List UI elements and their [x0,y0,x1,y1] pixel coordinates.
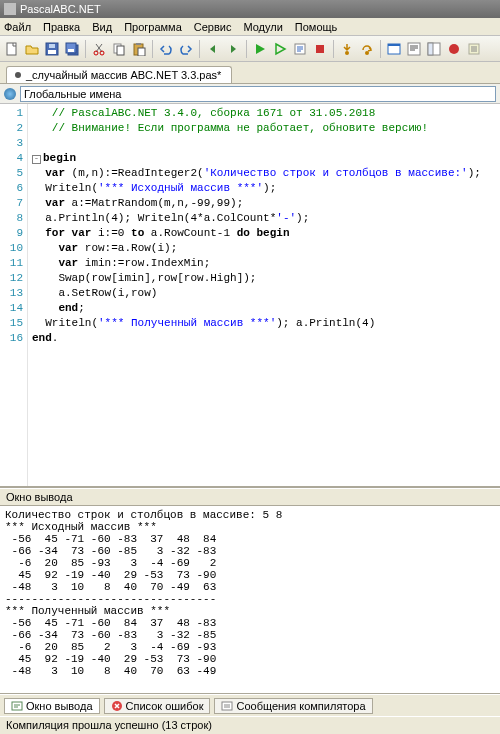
menu-view[interactable]: Вид [92,21,112,33]
app-icon [4,3,16,15]
output-icon [11,700,23,712]
fold-icon[interactable]: - [32,155,41,164]
bottom-tab-bar: Окно вывода Список ошибок Сообщения комп… [0,694,500,716]
paste-button[interactable] [130,40,148,58]
error-icon [111,700,123,712]
redo-button[interactable] [177,40,195,58]
scope-bar [0,84,500,104]
svg-rect-10 [117,46,124,55]
editor-tabs: _случайный массив ABC.NET 3.3.pas* [0,62,500,84]
run-button[interactable] [251,40,269,58]
nav-fwd-button[interactable] [224,40,242,58]
menu-bar: Файл Правка Вид Программа Сервис Модули … [0,18,500,36]
svg-point-16 [345,51,349,55]
step-into-button[interactable] [338,40,356,58]
cut-button[interactable] [90,40,108,58]
svg-rect-19 [388,44,400,46]
tab-label: _случайный массив ABC.NET 3.3.pas* [26,69,221,81]
svg-rect-22 [428,43,433,55]
svg-rect-3 [49,44,55,48]
menu-service[interactable]: Сервис [194,21,232,33]
run-noattach-button[interactable] [271,40,289,58]
save-all-button[interactable] [63,40,81,58]
svg-rect-6 [68,49,74,52]
menu-edit[interactable]: Правка [43,21,80,33]
svg-rect-12 [136,43,141,45]
save-button[interactable] [43,40,61,58]
svg-rect-2 [48,50,56,54]
status-bar: Компиляция прошла успешно (13 строк) [0,716,500,734]
menu-file[interactable]: Файл [4,21,31,33]
step-over-button[interactable] [358,40,376,58]
window-titlebar: PascalABC.NET [0,0,500,18]
svg-rect-25 [12,702,22,710]
status-text: Компиляция прошла успешно (13 строк) [6,719,212,731]
line-gutter: 1234 5678 9101112 13141516 [0,104,28,486]
new-file-button[interactable] [3,40,21,58]
compile-button[interactable] [291,40,309,58]
code-editor[interactable]: 1234 5678 9101112 13141516 // PascalABC.… [0,104,500,488]
properties-button[interactable] [425,40,443,58]
options-button[interactable] [465,40,483,58]
tab-modified-dot [15,72,21,78]
editor-tab-active[interactable]: _случайный массив ABC.NET 3.3.pas* [6,66,232,83]
scope-combo[interactable] [20,86,496,102]
svg-rect-27 [222,702,232,710]
svg-rect-15 [316,45,324,53]
window-title: PascalABC.NET [20,3,101,15]
open-button[interactable] [23,40,41,58]
compiler-icon [221,700,233,712]
nav-back-button[interactable] [204,40,222,58]
bottom-tab-compiler[interactable]: Сообщения компилятора [214,698,372,714]
menu-program[interactable]: Программа [124,21,182,33]
svg-rect-13 [138,48,145,56]
code-area[interactable]: // PascalABC.NET 3.4.0, сборка 1671 от 3… [28,104,500,486]
undo-button[interactable] [157,40,175,58]
svg-point-23 [449,44,459,54]
svg-rect-20 [408,43,420,55]
svg-rect-0 [7,43,16,55]
menu-modules[interactable]: Модули [243,21,282,33]
bottom-tab-errors[interactable]: Список ошибок [104,698,211,714]
output-panel[interactable]: Количество строк и столбцов в массиве: 5… [0,506,500,694]
bottom-tab-output[interactable]: Окно вывода [4,698,100,714]
copy-button[interactable] [110,40,128,58]
breakpoint-button[interactable] [445,40,463,58]
globe-icon [4,88,16,100]
svg-point-17 [365,51,369,55]
code-button[interactable] [405,40,423,58]
output-panel-title: Окно вывода [0,488,500,506]
menu-help[interactable]: Помощь [295,21,338,33]
stop-button[interactable] [311,40,329,58]
form-designer-button[interactable] [385,40,403,58]
toolbar [0,36,500,62]
